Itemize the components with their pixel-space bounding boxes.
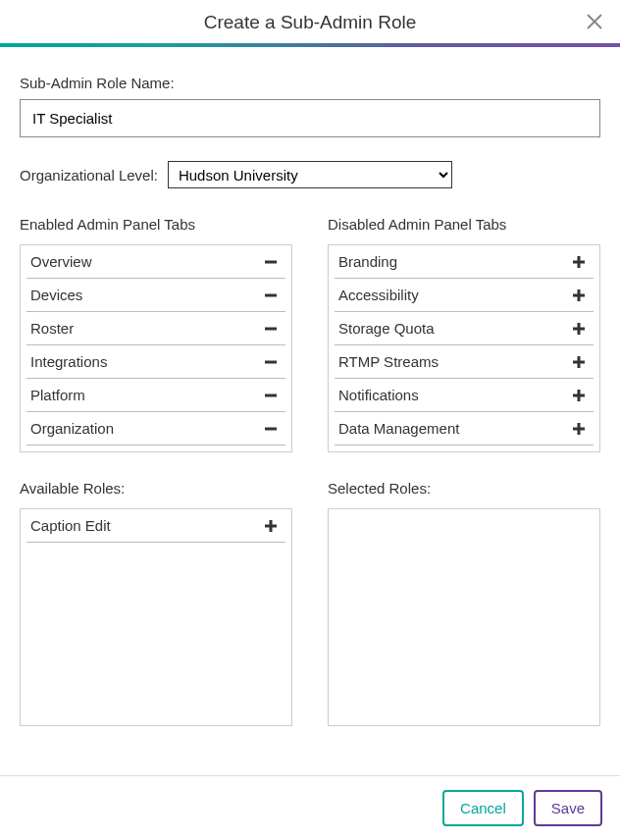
disabled-tab-item[interactable]: RTMP Streams xyxy=(335,345,594,379)
list-item-label: Organization xyxy=(30,420,114,437)
list-item-label: Data Management xyxy=(338,420,459,437)
plus-icon[interactable] xyxy=(572,389,586,402)
plus-icon[interactable] xyxy=(572,255,586,269)
disabled-tabs-heading: Disabled Admin Panel Tabs xyxy=(328,216,600,233)
disabled-tab-item[interactable]: Accessibility xyxy=(335,279,594,312)
role-name-field: Sub-Admin Role Name: xyxy=(20,75,600,137)
selected-roles-column: Selected Roles: xyxy=(328,480,600,726)
enabled-tab-item[interactable]: Roster xyxy=(26,312,285,345)
plus-icon[interactable] xyxy=(572,322,586,336)
tabs-columns: Enabled Admin Panel Tabs Overview Device… xyxy=(20,216,600,452)
selected-roles-list[interactable] xyxy=(328,508,600,726)
dialog-header: Create a Sub-Admin Role xyxy=(0,0,620,43)
svg-rect-9 xyxy=(578,256,581,268)
org-level-field: Organizational Level: Hudson University xyxy=(20,161,600,188)
svg-rect-19 xyxy=(578,423,581,435)
list-item-label: Platform xyxy=(30,387,85,403)
role-name-input[interactable] xyxy=(20,99,600,137)
svg-rect-5 xyxy=(265,360,277,363)
disabled-tab-item[interactable]: Notifications xyxy=(335,379,594,412)
close-icon xyxy=(585,12,604,31)
role-name-label: Sub-Admin Role Name: xyxy=(20,75,600,91)
svg-rect-3 xyxy=(265,293,277,296)
list-item-label: Accessibility xyxy=(338,287,419,303)
svg-rect-2 xyxy=(265,260,277,263)
save-button[interactable]: Save xyxy=(534,790,602,826)
disabled-tab-item[interactable]: Data Management xyxy=(335,412,594,446)
roles-columns: Available Roles: Caption Edit Selected R… xyxy=(20,480,600,726)
svg-rect-21 xyxy=(270,520,273,532)
available-roles-heading: Available Roles: xyxy=(20,480,292,497)
list-item-label: Notifications xyxy=(338,387,419,403)
disabled-tabs-list[interactable]: Branding Accessibility Storage Quota RTM… xyxy=(328,244,600,452)
org-level-select[interactable]: Hudson University xyxy=(168,161,452,188)
enabled-tab-item[interactable]: Organization xyxy=(26,412,285,446)
dialog-footer: Cancel Save xyxy=(0,775,620,840)
svg-rect-13 xyxy=(578,323,581,335)
plus-icon[interactable] xyxy=(572,422,586,436)
list-item-label: Roster xyxy=(30,320,74,337)
list-item-label: Storage Quota xyxy=(338,320,435,337)
enabled-tabs-column: Enabled Admin Panel Tabs Overview Device… xyxy=(20,216,292,452)
svg-rect-6 xyxy=(265,394,277,396)
plus-icon[interactable] xyxy=(572,289,586,302)
minus-icon[interactable] xyxy=(264,389,278,402)
close-button[interactable] xyxy=(585,12,604,31)
disabled-tabs-column: Disabled Admin Panel Tabs Branding Acces… xyxy=(328,216,600,452)
list-item-label: Devices xyxy=(30,287,82,303)
list-item-label: Integrations xyxy=(30,353,107,370)
plus-icon[interactable] xyxy=(264,519,278,533)
dialog-body: Sub-Admin Role Name: Organizational Leve… xyxy=(0,47,620,775)
minus-icon[interactable] xyxy=(264,422,278,436)
list-item-label: Caption Edit xyxy=(30,517,111,534)
enabled-tab-item[interactable]: Overview xyxy=(26,245,285,279)
available-roles-column: Available Roles: Caption Edit xyxy=(20,480,292,726)
enabled-tabs-list[interactable]: Overview Devices Roster Integrations xyxy=(20,244,292,452)
svg-rect-15 xyxy=(578,356,581,368)
svg-rect-4 xyxy=(265,327,277,330)
svg-rect-11 xyxy=(578,289,581,301)
enabled-tab-item[interactable]: Integrations xyxy=(26,345,285,379)
available-roles-list[interactable]: Caption Edit xyxy=(20,508,292,726)
create-subadmin-dialog: Create a Sub-Admin Role Sub-Admin Role N… xyxy=(0,0,620,840)
minus-icon[interactable] xyxy=(264,322,278,336)
list-item-label: RTMP Streams xyxy=(338,353,439,370)
available-role-item[interactable]: Caption Edit xyxy=(26,509,285,543)
dialog-title: Create a Sub-Admin Role xyxy=(0,12,620,33)
disabled-tab-item[interactable]: Branding xyxy=(335,245,594,279)
minus-icon[interactable] xyxy=(264,355,278,369)
minus-icon[interactable] xyxy=(264,289,278,302)
plus-icon[interactable] xyxy=(572,355,586,369)
enabled-tabs-heading: Enabled Admin Panel Tabs xyxy=(20,216,292,233)
enabled-tab-item[interactable]: Platform xyxy=(26,379,285,412)
svg-rect-7 xyxy=(265,427,277,430)
list-item-label: Overview xyxy=(30,253,92,270)
selected-roles-heading: Selected Roles: xyxy=(328,480,600,497)
cancel-button[interactable]: Cancel xyxy=(442,790,524,826)
minus-icon[interactable] xyxy=(264,255,278,269)
list-item-label: Branding xyxy=(338,253,397,270)
org-level-label: Organizational Level: xyxy=(20,167,158,184)
svg-rect-17 xyxy=(578,390,581,401)
disabled-tab-item[interactable]: Storage Quota xyxy=(335,312,594,345)
enabled-tab-item[interactable]: Devices xyxy=(26,279,285,312)
